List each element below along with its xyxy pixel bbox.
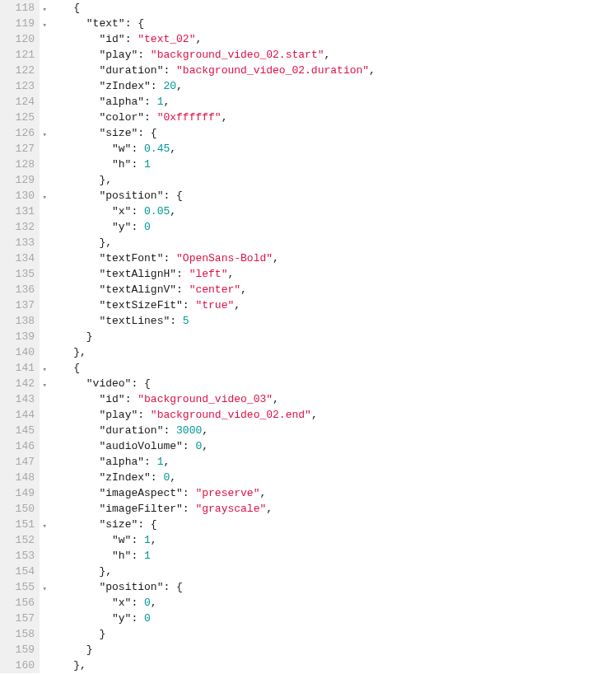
code-line[interactable]: "w": 0.45,: [48, 141, 616, 157]
code-line[interactable]: "zIndex": 20,: [48, 78, 616, 94]
key-token: "color": [99, 111, 144, 124]
code-line[interactable]: "textLines": 5: [48, 313, 616, 329]
punct-token: :: [131, 221, 144, 233]
code-line[interactable]: "y": 0: [48, 611, 616, 626]
code-line[interactable]: "imageAspect": "preserve",: [48, 485, 616, 501]
number-token: 20: [163, 80, 176, 92]
fold-toggle-icon[interactable]: ▾: [43, 582, 47, 597]
code-line[interactable]: "textAlignV": "center",: [48, 282, 616, 297]
punct-token: },: [99, 174, 112, 186]
code-line[interactable]: "x": 0.05,: [48, 204, 616, 219]
fold-toggle-icon[interactable]: ▾: [43, 378, 47, 394]
fold-toggle-icon[interactable]: ▾: [43, 190, 47, 206]
key-token: "duration": [99, 424, 163, 437]
code-line[interactable]: {: [48, 360, 616, 376]
code-line[interactable]: }: [48, 642, 616, 658]
code-line[interactable]: "size": {: [48, 125, 616, 141]
line-number: 131: [0, 204, 40, 219]
punct-token: : {: [163, 581, 182, 593]
number-token: 0.05: [144, 205, 170, 218]
key-token: "w": [112, 143, 131, 155]
code-area[interactable]: { "text": { "id": "text_02", "play": "ba…: [40, 0, 616, 673]
code-line[interactable]: "id": "text_02",: [48, 31, 616, 47]
line-number: 127: [0, 141, 40, 157]
string-token: "OpenSans-Bold": [176, 252, 273, 264]
fold-toggle-icon[interactable]: ▾: [43, 128, 47, 143]
code-line[interactable]: "position": {: [48, 188, 616, 204]
number-token: 5: [183, 315, 189, 327]
line-number: 149: [0, 485, 40, 501]
code-line[interactable]: "x": 0,: [48, 595, 616, 611]
code-line[interactable]: "audioVolume": 0,: [48, 438, 616, 454]
code-line[interactable]: },: [48, 235, 616, 250]
fold-toggle-icon[interactable]: ▾: [43, 2, 47, 18]
punct-token: ,: [234, 299, 240, 311]
key-token: "alpha": [99, 96, 144, 108]
punct-token: ,: [222, 111, 228, 124]
punct-token: ,: [170, 471, 176, 484]
punct-token: :: [131, 612, 144, 625]
code-line[interactable]: "h": 1: [48, 548, 616, 564]
punct-token: : {: [131, 377, 150, 390]
fold-toggle-icon[interactable]: ▾: [43, 363, 47, 378]
code-line[interactable]: "color": "0xffffff",: [48, 110, 616, 125]
code-line[interactable]: "position": {: [48, 579, 616, 595]
punct-token: :: [183, 487, 196, 499]
code-line[interactable]: "y": 0: [48, 219, 616, 235]
code-line[interactable]: "text": {: [48, 16, 616, 31]
code-line[interactable]: "play": "background_video_02.end",: [48, 407, 616, 423]
punct-token: : {: [138, 518, 156, 531]
code-line[interactable]: "textSizeFit": "true",: [48, 297, 616, 313]
string-token: "grayscale": [195, 503, 266, 515]
code-line[interactable]: "duration": "background_video_02.duratio…: [48, 63, 616, 78]
punct-token: :: [163, 252, 176, 264]
code-line[interactable]: "h": 1: [48, 157, 616, 172]
punct-token: :: [151, 80, 164, 92]
code-line[interactable]: "imageFilter": "grayscale",: [48, 501, 616, 517]
punct-token: :: [138, 409, 151, 421]
code-line[interactable]: {: [48, 0, 616, 16]
fold-toggle-icon[interactable]: ▾: [43, 519, 47, 535]
line-number: 159: [0, 642, 40, 658]
punct-token: ,: [324, 49, 330, 61]
punct-token: }: [86, 644, 93, 656]
code-line[interactable]: },: [48, 344, 616, 360]
key-token: "zIndex": [99, 471, 150, 484]
punct-token: :: [163, 64, 176, 77]
punct-token: ,: [202, 424, 208, 437]
fold-toggle-icon[interactable]: ▾: [43, 18, 47, 34]
string-token: "background_video_02.start": [151, 49, 324, 61]
code-line[interactable]: }: [48, 626, 616, 642]
code-line[interactable]: }: [48, 329, 616, 344]
punct-token: :: [131, 158, 144, 171]
code-line[interactable]: "alpha": 1,: [48, 454, 616, 470]
code-line[interactable]: "play": "background_video_02.start",: [48, 47, 616, 63]
line-number: 141▾: [0, 360, 40, 376]
code-line[interactable]: },: [48, 172, 616, 188]
code-line[interactable]: "zIndex": 0,: [48, 470, 616, 485]
punct-token: :: [170, 315, 183, 327]
code-line[interactable]: "id": "background_video_03",: [48, 391, 616, 407]
code-line[interactable]: "w": 1,: [48, 532, 616, 548]
key-token: "video": [86, 377, 132, 390]
line-number: 160: [0, 658, 40, 673]
code-line[interactable]: "video": {: [48, 376, 616, 391]
code-line[interactable]: "duration": 3000,: [48, 423, 616, 438]
punct-token: }: [86, 330, 93, 343]
line-number: 137: [0, 297, 40, 313]
code-line[interactable]: "textAlignH": "left",: [48, 266, 616, 282]
code-line[interactable]: "textFont": "OpenSans-Bold",: [48, 250, 616, 266]
line-number: 119▾: [0, 16, 40, 31]
code-line[interactable]: "size": {: [48, 517, 616, 532]
code-line[interactable]: },: [48, 658, 616, 673]
key-token: "textLines": [99, 315, 170, 327]
line-number: 142▾: [0, 376, 40, 391]
code-line[interactable]: "alpha": 1,: [48, 94, 616, 110]
punct-token: : {: [163, 190, 182, 202]
key-token: "audioVolume": [99, 440, 182, 452]
line-number: 158: [0, 626, 40, 642]
code-line[interactable]: },: [48, 564, 616, 579]
key-token: "textAlignH": [99, 268, 176, 280]
punct-token: : {: [125, 17, 144, 30]
punct-token: :: [151, 471, 164, 484]
